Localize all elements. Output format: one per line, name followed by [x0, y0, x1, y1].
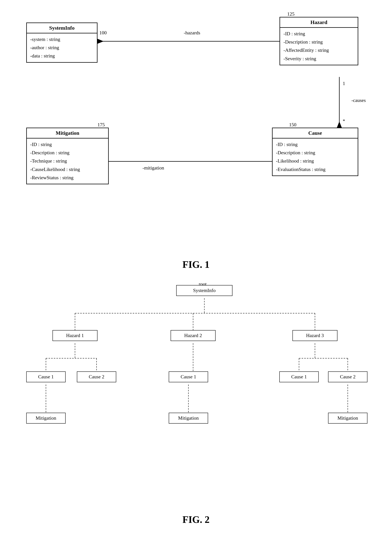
annotation-causes: -causes [351, 98, 366, 103]
tree-cause1-h1: Cause 1 [26, 371, 66, 382]
cause-title: Cause [273, 128, 358, 138]
annotation-100: 100 [99, 30, 107, 36]
tree-cause1-h2: Cause 1 [169, 371, 208, 382]
tree-mitigation2: Mitigation [169, 413, 208, 424]
mitigation-box: Mitigation -ID : string -Description : s… [26, 128, 109, 184]
systeminfo-box: SystemInfo -system : string -author : st… [26, 23, 98, 63]
cause-field-1: -ID : string [276, 140, 354, 149]
fig2-label: FIG. 2 [15, 514, 377, 525]
tree-cause2-h1: Cause 2 [77, 371, 116, 382]
mitigation-field-4: -CauseLikelihood : string [30, 165, 105, 174]
cause-body: -ID : string -Description : string -Like… [273, 138, 358, 176]
fig1-label: FIG. 1 [15, 259, 377, 270]
cause-field-2: -Description : string [276, 149, 354, 157]
annotation-1-h: 1 [343, 81, 345, 86]
mitigation-field-5: -ReviewStatus : string [30, 174, 105, 182]
systeminfo-field-3: -data : string [30, 52, 93, 60]
fig2-lines [15, 281, 377, 507]
annotation-hazards: -hazards [184, 30, 200, 36]
mitigation-body: -ID : string -Description : string -Tech… [27, 138, 108, 184]
mitigation-title: Mitigation [27, 128, 108, 138]
tree-hazard1: Hazard 1 [52, 330, 98, 341]
annotation-150: 150 [289, 122, 296, 128]
hazard-box: Hazard -ID : string -Description : strin… [280, 17, 358, 65]
annotation-star-c: * [343, 118, 345, 124]
fig2-diagram: root SystemInfo Hazard 1 Hazard 2 Hazard… [15, 281, 377, 507]
annotation-mitigation: -mitigation [142, 165, 164, 171]
tree-hazard2: Hazard 2 [171, 330, 216, 341]
mitigation-field-3: -Technique : string [30, 157, 105, 165]
mitigation-field-2: -Description : string [30, 149, 105, 157]
systeminfo-body: -system : string -author : string -data … [27, 33, 97, 62]
systeminfo-field-1: -system : string [30, 35, 93, 43]
cause-box: Cause -ID : string -Description : string… [272, 128, 358, 176]
tree-cause2-h3: Cause 2 [328, 371, 368, 382]
tree-hazard3: Hazard 3 [292, 330, 337, 341]
mitigation-field-1: -ID : string [30, 140, 105, 149]
hazard-field-2: -Description : string [284, 38, 354, 46]
hazard-field-4: -Severity : string [284, 55, 354, 63]
annotation-125: 125 [287, 11, 294, 17]
tree-cause1-h3: Cause 1 [279, 371, 319, 382]
tree-systeminfo: SystemInfo [176, 285, 233, 296]
cause-field-3: -Likelihood : string [276, 157, 354, 165]
tree-mitigation3: Mitigation [328, 413, 368, 424]
page: 100 1 -hazards * 125 -causes 1 * 150 175… [0, 0, 392, 536]
cause-field-4: -EvaluationStatus : string [276, 165, 354, 174]
fig1-diagram: 100 1 -hazards * 125 -causes 1 * 150 175… [15, 11, 377, 251]
hazard-field-3: -AffectedEntity : string [284, 46, 354, 54]
annotation-175: 175 [98, 122, 105, 128]
tree-mitigation1: Mitigation [26, 413, 66, 424]
hazard-title: Hazard [280, 17, 358, 28]
hazard-body: -ID : string -Description : string -Affe… [280, 28, 358, 65]
systeminfo-field-2: -author : string [30, 43, 93, 52]
systeminfo-title: SystemInfo [27, 23, 97, 33]
hazard-field-1: -ID : string [284, 30, 354, 38]
